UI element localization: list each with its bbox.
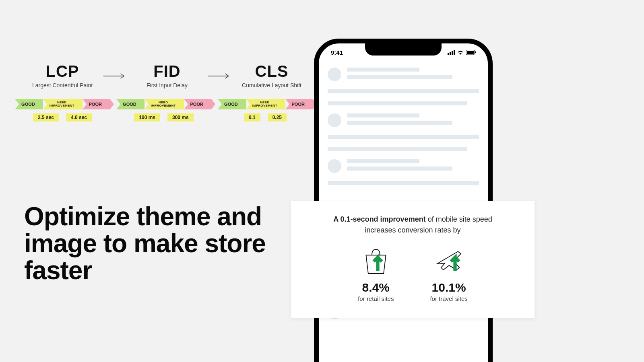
- svg-rect-5: [454, 50, 455, 55]
- threshold-low: 100 ms: [134, 113, 160, 121]
- metric-abbr: FID: [153, 62, 180, 80]
- metric-fid: FID First Input Delay: [125, 62, 209, 88]
- threshold-low: 0.1: [244, 113, 260, 121]
- band-good: GOOD: [15, 99, 43, 109]
- threshold-values: 0.1 0.25: [244, 113, 287, 121]
- card-title: A 0.1-second improvement of mobile site …: [299, 214, 526, 236]
- stat-label: for retail sites: [358, 295, 394, 302]
- page-headline: Optimize theme and image to make store f…: [24, 203, 290, 284]
- svg-rect-7: [467, 51, 474, 54]
- metric-full: Cumulative Layout Shift: [242, 82, 301, 88]
- svg-rect-4: [452, 51, 453, 55]
- stat-pct: 10.1%: [432, 281, 466, 294]
- card-title-rest2: increases conversion rates by: [365, 226, 460, 234]
- svg-rect-2: [448, 53, 449, 55]
- wifi-icon: [457, 50, 464, 55]
- svg-rect-3: [450, 52, 451, 55]
- band-good: GOOD: [218, 99, 246, 109]
- card-stats: 8.4% for retail sites 10.1% for travel s…: [299, 246, 526, 302]
- phone-statusbar: 9:41: [319, 44, 488, 60]
- stat-retail: 8.4% for retail sites: [358, 246, 394, 302]
- band-poor: POOR: [184, 99, 211, 109]
- threshold-bands: GOOD NEED IMPROVEMENT POOR: [116, 99, 211, 109]
- airplane-icon: [432, 246, 465, 276]
- list-item: [328, 113, 479, 127]
- threshold-high: 4.0 sec: [66, 113, 92, 121]
- arrow-icon: [207, 64, 231, 88]
- svg-rect-8: [475, 51, 476, 53]
- metric-abbr: LCP: [46, 62, 79, 80]
- status-time: 9:41: [331, 49, 343, 56]
- card-title-rest1: of mobile site speed: [426, 215, 492, 223]
- band-need: NEED IMPROVEMENT: [144, 99, 184, 109]
- list-item: [328, 159, 479, 173]
- card-title-bold: A 0.1-second improvement: [333, 215, 425, 223]
- metric-full: Largest Contentful Paint: [32, 82, 93, 88]
- metric-cls: CLS Cumulative Layout Shift: [229, 62, 314, 88]
- stat-label: for travel sites: [430, 295, 467, 302]
- stat-pct: 8.4%: [362, 281, 390, 294]
- threshold-high: 0.25: [268, 113, 287, 121]
- metric-full: First Input Delay: [147, 82, 188, 88]
- conversion-card: A 0.1-second improvement of mobile site …: [291, 201, 535, 318]
- band-poor: POOR: [83, 99, 110, 109]
- list-item: [328, 68, 479, 81]
- signal-icon: [448, 50, 455, 55]
- arrow-icon: [103, 64, 127, 88]
- threshold-values: 100 ms 300 ms: [134, 113, 193, 121]
- threshold-low: 2.5 sec: [33, 113, 59, 121]
- band-need: NEED IMPROVEMENT: [43, 99, 83, 109]
- band-good: GOOD: [116, 99, 144, 109]
- band-need: NEED IMPROVEMENT: [246, 99, 285, 109]
- status-icons: [448, 50, 476, 55]
- band-poor: POOR: [285, 99, 313, 109]
- threshold-lcp: GOOD NEED IMPROVEMENT POOR 2.5 sec 4.0 s…: [20, 99, 105, 121]
- metric-abbr: CLS: [255, 62, 289, 80]
- metric-lcp: LCP Largest Contentful Paint: [20, 62, 105, 88]
- threshold-values: 2.5 sec 4.0 sec: [33, 113, 92, 121]
- shopping-bag-icon: [359, 246, 392, 276]
- threshold-high: 300 ms: [167, 113, 194, 121]
- battery-icon: [466, 50, 476, 55]
- core-web-vitals-row: LCP Largest Contentful Paint FID First I…: [20, 62, 314, 88]
- threshold-row: GOOD NEED IMPROVEMENT POOR 2.5 sec 4.0 s…: [20, 99, 308, 121]
- threshold-bands: GOOD NEED IMPROVEMENT POOR: [218, 99, 313, 109]
- threshold-fid: GOOD NEED IMPROVEMENT POOR 100 ms 300 ms: [122, 99, 206, 121]
- stat-travel: 10.1% for travel sites: [430, 246, 467, 302]
- threshold-bands: GOOD NEED IMPROVEMENT POOR: [15, 99, 110, 109]
- threshold-cls: GOOD NEED IMPROVEMENT POOR 0.1 0.25: [223, 99, 308, 121]
